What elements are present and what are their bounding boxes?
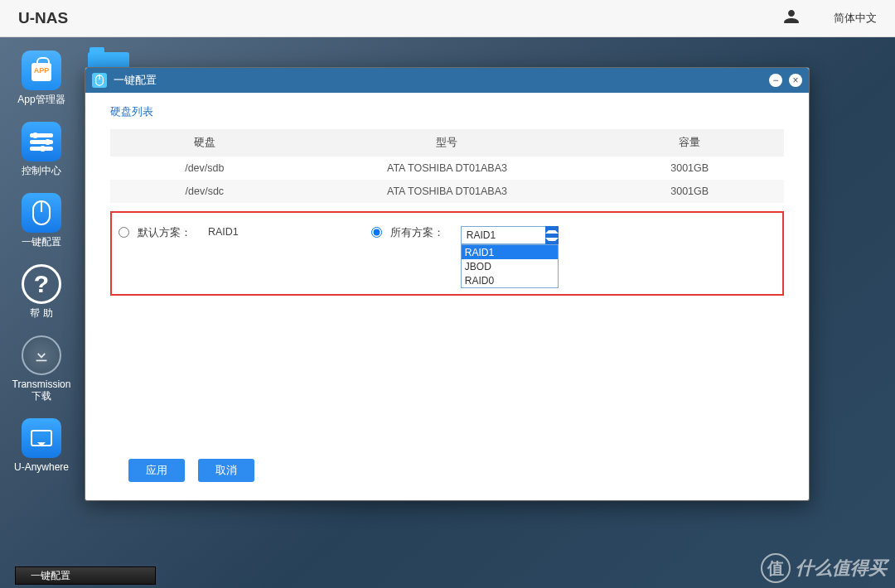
table-row[interactable]: /dev/sdb ATA TOSHIBA DT01ABA3 3001GB <box>110 157 784 180</box>
watermark-icon: 值 <box>761 553 791 583</box>
col-model: 型号 <box>299 129 596 157</box>
minimize-button[interactable]: − <box>769 74 782 87</box>
download-icon <box>22 335 61 375</box>
dock-label: 控制中心 <box>22 165 61 176</box>
help-icon: ? <box>22 264 61 304</box>
table-row[interactable]: /dev/sdc ATA TOSHIBA DT01ABA3 3001GB <box>110 180 784 203</box>
raid-dropdown: RAID1 JBOD RAID0 <box>461 244 559 288</box>
col-capacity: 容量 <box>595 129 784 157</box>
col-disk: 硬盘 <box>110 129 299 157</box>
dock-help[interactable]: ? 帮 助 <box>0 264 83 319</box>
taskbar-item[interactable]: 一键配置 <box>15 566 156 585</box>
brand-title: U-NAS <box>18 9 68 27</box>
language-switcher[interactable]: 简体中文 <box>834 11 877 26</box>
mouse-icon <box>92 73 107 88</box>
radio-default-scheme[interactable]: 默认方案： RAID1 <box>119 226 239 244</box>
desktop: APP App管理器 控制中心 一键配置 ? 帮 助 Transmission … <box>0 37 895 588</box>
select-value[interactable]: RAID1 <box>461 226 559 244</box>
dock-one-click[interactable]: 一键配置 <box>0 193 83 248</box>
dock: APP App管理器 控制中心 一键配置 ? 帮 助 Transmission … <box>0 51 83 489</box>
dialog-one-click-config: 一键配置 − × 硬盘列表 硬盘 型号 容量 /dev/sdb ATA TOSH… <box>85 67 810 501</box>
mouse-icon <box>22 193 61 233</box>
dock-label: 帮 助 <box>30 307 52 319</box>
uanywhere-icon <box>22 418 61 458</box>
dock-label: App管理器 <box>17 94 65 105</box>
watermark-text: 什么值得买 <box>796 556 887 581</box>
radio-input[interactable] <box>119 227 129 238</box>
option-jbod[interactable]: JBOD <box>462 259 558 273</box>
control-center-icon <box>22 122 61 161</box>
default-scheme-value: RAID1 <box>208 226 239 238</box>
dock-label: Transmission 下载 <box>12 378 71 402</box>
dock-label: 一键配置 <box>22 236 61 248</box>
dock-transmission[interactable]: Transmission 下载 <box>0 335 83 402</box>
raid-select[interactable]: RAID1 RAID1 JBOD RAID0 <box>461 226 559 244</box>
close-button[interactable]: × <box>789 74 802 87</box>
section-title-disk-list: 硬盘列表 <box>110 104 784 119</box>
radio-input[interactable] <box>371 227 382 238</box>
taskbar-label: 一键配置 <box>31 569 70 583</box>
top-bar: U-NAS 简体中文 <box>0 0 895 37</box>
default-scheme-label: 默认方案： <box>138 226 191 240</box>
option-raid1[interactable]: RAID1 <box>462 245 558 259</box>
dialog-title: 一键配置 <box>114 73 157 88</box>
cancel-button[interactable]: 取消 <box>198 459 254 482</box>
dialog-titlebar[interactable]: 一键配置 − × <box>85 68 809 93</box>
radio-all-schemes[interactable]: 所有方案： RAID1 RAID1 JBOD RAID0 <box>371 226 559 244</box>
dock-control-center[interactable]: 控制中心 <box>0 122 83 176</box>
watermark: 值 什么值得买 <box>761 553 887 583</box>
dock-label: U-Anywhere <box>14 461 69 473</box>
app-manager-icon: APP <box>22 51 61 90</box>
all-scheme-label: 所有方案： <box>390 226 444 240</box>
user-icon[interactable] <box>782 7 801 29</box>
spinner-icon[interactable] <box>545 226 559 244</box>
scheme-highlight-box: 默认方案： RAID1 所有方案： RAID1 RAID1 JBOD RAID0 <box>110 211 784 296</box>
option-raid0[interactable]: RAID0 <box>462 273 558 287</box>
dock-uanywhere[interactable]: U-Anywhere <box>0 418 83 473</box>
dock-app-manager[interactable]: APP App管理器 <box>0 51 83 105</box>
apply-button[interactable]: 应用 <box>128 459 185 482</box>
disk-table: 硬盘 型号 容量 /dev/sdb ATA TOSHIBA DT01ABA3 3… <box>110 129 784 203</box>
